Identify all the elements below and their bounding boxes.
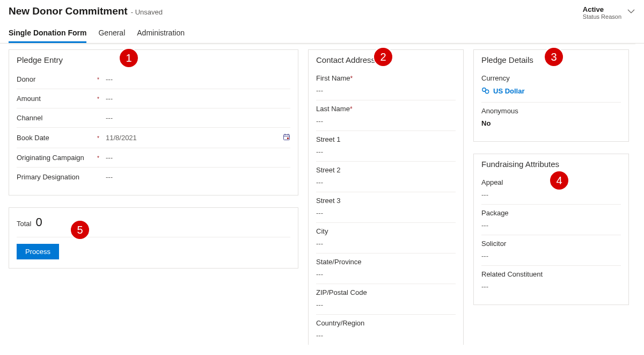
field-value: --- bbox=[106, 173, 290, 181]
page-subtitle: - Unsaved bbox=[131, 8, 163, 16]
field-value: --- bbox=[106, 154, 290, 162]
field-street2[interactable]: Street 2 --- bbox=[316, 162, 456, 192]
field-label: Primary Designation bbox=[17, 173, 97, 181]
field-value: --- bbox=[316, 270, 456, 278]
panel-title: Pledge Entry bbox=[17, 55, 290, 64]
field-related-constituent[interactable]: Related Constituent --- bbox=[481, 266, 621, 296]
currency-chip[interactable]: US Dollar bbox=[481, 86, 525, 95]
field-package[interactable]: Package --- bbox=[481, 205, 621, 235]
header-left: New Donor Commitment - Unsaved bbox=[9, 5, 163, 17]
field-label: Related Constituent bbox=[481, 270, 621, 278]
column-3: 3 Pledge Details Currency US Dollar Anon… bbox=[473, 49, 629, 305]
field-zip[interactable]: ZIP/Postal Code --- bbox=[316, 284, 456, 315]
field-label: Package bbox=[481, 209, 621, 217]
field-country[interactable]: Country/Region --- bbox=[316, 315, 456, 345]
field-label: Country/Region bbox=[316, 319, 456, 327]
field-channel[interactable]: Channel --- bbox=[17, 108, 290, 128]
field-value: --- bbox=[316, 86, 456, 95]
panel-title: Fundraising Attributes bbox=[481, 160, 621, 169]
field-label: Solicitor bbox=[481, 240, 621, 248]
field-last-name[interactable]: Last Name* --- bbox=[316, 100, 456, 131]
required-spacer bbox=[97, 117, 106, 119]
required-mark: * bbox=[97, 134, 106, 141]
panel-contact-address: 2 Contact Address First Name* --- Last N… bbox=[308, 49, 464, 345]
field-value: --- bbox=[316, 331, 456, 339]
field-value: --- bbox=[481, 252, 621, 260]
field-value: --- bbox=[106, 95, 290, 103]
field-label: First Name* bbox=[316, 74, 456, 82]
field-value: --- bbox=[106, 75, 290, 83]
chevron-down-icon[interactable] bbox=[627, 7, 635, 18]
tab-general[interactable]: General bbox=[98, 25, 125, 43]
field-value: --- bbox=[316, 301, 456, 309]
process-button[interactable]: Process bbox=[17, 244, 59, 259]
total-value: 0 bbox=[35, 215, 42, 229]
field-value: --- bbox=[316, 178, 456, 186]
field-currency[interactable]: Currency US Dollar bbox=[481, 70, 621, 103]
field-value: --- bbox=[481, 221, 621, 229]
field-label: Street 3 bbox=[316, 197, 456, 205]
field-originating-campaign[interactable]: Originating Campaign * --- bbox=[17, 148, 290, 168]
tab-administration[interactable]: Administration bbox=[137, 25, 185, 43]
header-right: Active Status Reason bbox=[583, 5, 635, 20]
annotation-badge-4: 4 bbox=[549, 170, 569, 191]
field-anonymous[interactable]: Anonymous No bbox=[481, 103, 621, 133]
field-amount[interactable]: Amount * --- bbox=[17, 89, 290, 108]
annotation-badge-5: 5 bbox=[70, 220, 90, 240]
column-2: 2 Contact Address First Name* --- Last N… bbox=[308, 49, 464, 345]
field-solicitor[interactable]: Solicitor --- bbox=[481, 235, 621, 266]
column-1: 1 Pledge Entry Donor * --- Amount * --- … bbox=[9, 49, 298, 269]
required-mark: * bbox=[97, 154, 106, 161]
field-label: Book Date bbox=[17, 134, 97, 142]
annotation-badge-2: 2 bbox=[373, 47, 393, 67]
total-row: Total 0 bbox=[17, 213, 290, 237]
field-primary-designation[interactable]: Primary Designation --- bbox=[17, 168, 290, 186]
required-mark: * bbox=[97, 95, 106, 102]
field-value: --- bbox=[316, 240, 456, 248]
field-value: --- bbox=[316, 148, 456, 156]
field-label: State/Province bbox=[316, 258, 456, 266]
date-value: 11/8/2021 bbox=[106, 134, 137, 142]
panel-total: 5 Total 0 Process bbox=[9, 207, 298, 269]
field-value: --- bbox=[316, 117, 456, 125]
calendar-icon[interactable] bbox=[283, 133, 290, 142]
field-first-name[interactable]: First Name* --- bbox=[316, 70, 456, 100]
field-city[interactable]: City --- bbox=[316, 223, 456, 253]
tab-single-donation-form[interactable]: Single Donation Form bbox=[9, 25, 86, 43]
currency-icon bbox=[481, 86, 490, 95]
field-label: City bbox=[316, 227, 456, 235]
field-street3[interactable]: Street 3 --- bbox=[316, 192, 456, 223]
panel-pledge-entry: 1 Pledge Entry Donor * --- Amount * --- … bbox=[9, 49, 298, 195]
required-spacer bbox=[97, 176, 106, 178]
currency-value: US Dollar bbox=[493, 87, 525, 95]
status-value: Active bbox=[583, 5, 621, 13]
field-value: --- bbox=[106, 114, 290, 122]
svg-rect-4 bbox=[287, 137, 289, 139]
annotation-badge-1: 1 bbox=[119, 48, 139, 68]
field-label: Currency bbox=[481, 74, 621, 82]
field-value: No bbox=[481, 119, 621, 127]
field-value: --- bbox=[481, 191, 621, 199]
field-label: Donor bbox=[17, 75, 97, 83]
page-header: New Donor Commitment - Unsaved Active St… bbox=[0, 0, 644, 23]
field-label: Channel bbox=[17, 114, 97, 122]
status-label: Status Reason bbox=[583, 13, 621, 20]
page-title: New Donor Commitment bbox=[9, 5, 128, 17]
field-label: Anonymous bbox=[481, 107, 621, 115]
field-label: Last Name* bbox=[316, 105, 456, 113]
total-label: Total bbox=[17, 220, 31, 228]
annotation-badge-3: 3 bbox=[544, 47, 564, 67]
tabs: Single Donation Form General Administrat… bbox=[0, 23, 644, 44]
field-value: --- bbox=[481, 282, 621, 291]
field-value: 11/8/2021 bbox=[106, 133, 290, 142]
field-value: --- bbox=[316, 209, 456, 217]
field-book-date[interactable]: Book Date * 11/8/2021 bbox=[17, 128, 290, 148]
field-label: ZIP/Postal Code bbox=[316, 288, 456, 296]
field-state[interactable]: State/Province --- bbox=[316, 253, 456, 284]
field-label: Street 1 bbox=[316, 135, 456, 143]
panel-pledge-details: 3 Pledge Details Currency US Dollar Anon… bbox=[473, 49, 629, 142]
field-donor[interactable]: Donor * --- bbox=[17, 70, 290, 89]
field-street1[interactable]: Street 1 --- bbox=[316, 131, 456, 162]
field-label: Street 2 bbox=[316, 166, 456, 174]
status-box[interactable]: Active Status Reason bbox=[583, 5, 621, 20]
